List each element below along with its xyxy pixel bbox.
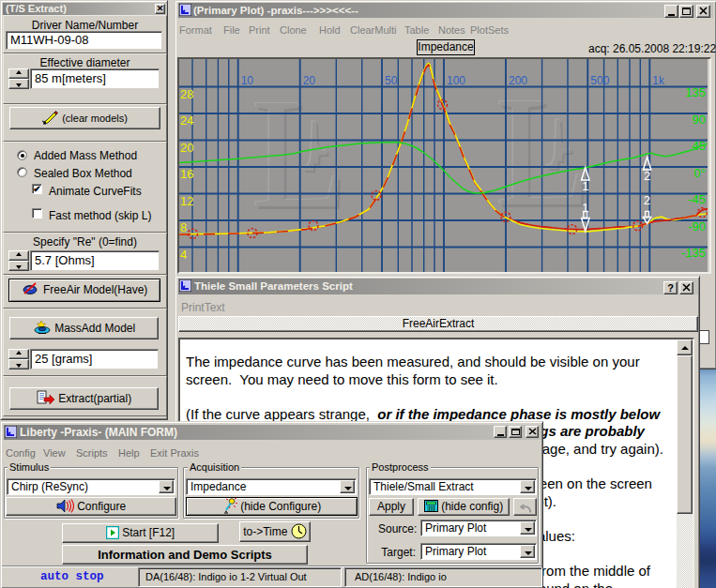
svg-text:-90: -90 bbox=[688, 219, 706, 234]
svg-text:12: 12 bbox=[180, 194, 193, 208]
svg-text:100: 100 bbox=[447, 74, 465, 87]
svg-text:90: 90 bbox=[693, 113, 706, 127]
svg-text:20: 20 bbox=[180, 141, 193, 155]
svg-text:L: L bbox=[495, 64, 592, 238]
svg-text:2: 2 bbox=[644, 169, 650, 183]
svg-text:135: 135 bbox=[685, 85, 706, 99]
svg-text:50: 50 bbox=[385, 74, 398, 87]
svg-text:0°: 0° bbox=[694, 166, 706, 180]
svg-text:10: 10 bbox=[241, 74, 254, 87]
svg-text:16: 16 bbox=[180, 167, 193, 181]
svg-text:2: 2 bbox=[644, 193, 650, 207]
svg-text:28: 28 bbox=[180, 87, 193, 101]
svg-text:-45: -45 bbox=[688, 192, 706, 206]
svg-text:1k: 1k bbox=[652, 74, 665, 87]
svg-text:-135: -135 bbox=[681, 246, 706, 260]
svg-text:4: 4 bbox=[180, 248, 187, 262]
svg-text:200: 200 bbox=[509, 74, 527, 87]
svg-text:1: 1 bbox=[582, 179, 588, 193]
svg-text:20: 20 bbox=[303, 74, 316, 87]
svg-text:8: 8 bbox=[180, 220, 187, 234]
svg-text:500: 500 bbox=[590, 74, 609, 87]
svg-text:24: 24 bbox=[180, 113, 193, 128]
svg-text:45: 45 bbox=[693, 139, 706, 153]
